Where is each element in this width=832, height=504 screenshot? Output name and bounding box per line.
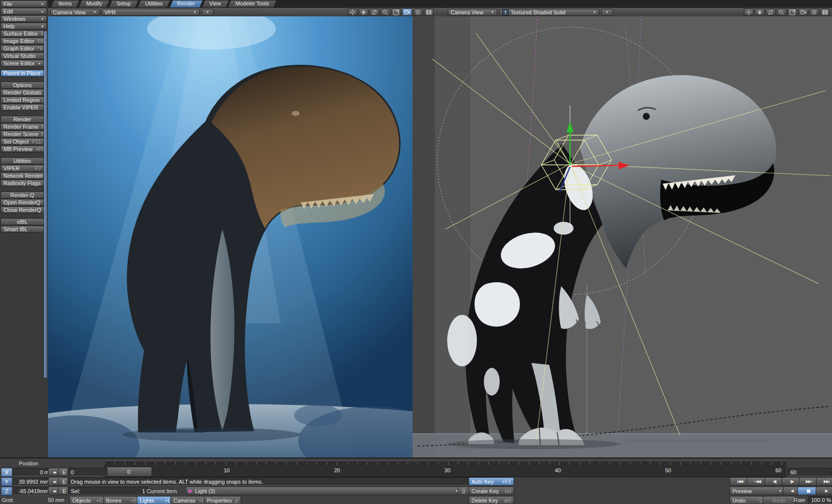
panel-toggle-icon: ▯	[462, 488, 465, 494]
right-viewport-shaded-view[interactable]	[413, 16, 832, 457]
zoom-icon[interactable]	[380, 8, 390, 16]
skip-end-icon: ▶▶|	[824, 479, 829, 484]
cameras-mode-button[interactable]: Cameras+C	[170, 496, 208, 504]
lights-mode-button[interactable]: Lights+L	[137, 496, 174, 504]
right-viewport-options-dropdown[interactable]: ▼	[601, 9, 613, 16]
open-renderq-button[interactable]: Open RenderQ	[0, 199, 44, 206]
radiosity-flags-button[interactable]: Radiosity Flags	[0, 180, 44, 187]
pan-icon[interactable]	[348, 8, 358, 16]
pan-icon[interactable]	[744, 8, 754, 16]
current-item-label: Current Item	[147, 488, 177, 494]
render-globals-button[interactable]: Render Globals	[0, 89, 44, 96]
redo-button[interactable]: Redo	[763, 496, 795, 504]
objects-mode-button[interactable]: Objects+O	[69, 496, 106, 504]
close-renderq-button[interactable]: Close RenderQ	[0, 206, 44, 213]
menu-file[interactable]: File▼	[0, 0, 47, 7]
bones-mode-button[interactable]: Bones+B	[103, 496, 140, 504]
undo-button[interactable]: Undo^Z	[729, 496, 766, 504]
camera-icon[interactable]	[402, 8, 412, 16]
current-frame-field[interactable]: 0	[68, 468, 107, 476]
zoom-icon[interactable]	[777, 8, 786, 16]
list-icon[interactable]	[413, 8, 423, 16]
sidebar-scrollbar[interactable]	[44, 31, 48, 378]
chevron-down-icon: ▼	[193, 10, 197, 14]
bottom-control-panel: Position 0 10 20 30 40 50 60 0 60 X 0 m …	[0, 457, 832, 504]
chevron-down-icon: ▼	[41, 10, 44, 13]
render-scene-button[interactable]: Render SceneF10	[0, 131, 44, 138]
z-position-field[interactable]: -65.0419mm	[13, 487, 52, 495]
smart-ibl-button[interactable]: Smart IBL	[0, 226, 44, 233]
x-position-field[interactable]: 0 m	[13, 468, 52, 476]
menu-windows[interactable]: Windows▼	[0, 15, 47, 22]
z-axis-tag[interactable]: Z	[1, 487, 12, 496]
enable-viper-button[interactable]: Enable VIPER	[0, 104, 44, 111]
right-viewport-header: Camera View▼ TTextured Shaded Solid▼ ▼	[436, 8, 832, 17]
render-frame-button[interactable]: Render FrameF9	[0, 123, 44, 130]
left-viewport-header: Camera View▼ VPR▼ ▼	[48, 8, 436, 17]
timeline-label: 30	[444, 467, 450, 473]
skip-end-button[interactable]: ▶▶|	[816, 477, 832, 486]
create-key-button[interactable]: Create Keyret	[468, 487, 514, 495]
rotate-icon[interactable]	[369, 8, 379, 16]
delete-key-button[interactable]: Delete Keydel	[468, 496, 514, 504]
tab-items[interactable]: Items	[52, 0, 78, 8]
tab-setup[interactable]: Setup	[110, 0, 137, 8]
maximize-icon[interactable]	[787, 8, 797, 16]
rate-label: Rate	[794, 497, 805, 503]
film-icon[interactable]	[424, 8, 434, 16]
image-editor-button[interactable]: Image EditorF6	[0, 38, 44, 45]
tab-render[interactable]: Render	[171, 0, 202, 8]
menu-edit[interactable]: Edit▼	[0, 8, 47, 15]
position-panel-title: Position	[19, 460, 38, 466]
menu-help[interactable]: Help▼	[0, 23, 47, 30]
auto-key-button[interactable]: Auto Key+F1	[468, 477, 514, 486]
surface-editor-button[interactable]: Surface EditorF5	[0, 30, 44, 37]
parent-in-place-button[interactable]: Parent in Place	[0, 70, 44, 77]
rotate-icon[interactable]	[766, 8, 776, 16]
mb-preview-button[interactable]: MB Preview+F9	[0, 146, 44, 152]
list-icon[interactable]	[809, 8, 819, 16]
item-properties-toggle-button[interactable]: ▯	[458, 487, 469, 495]
play-forward-button[interactable]: ▶	[816, 487, 832, 495]
left-viewport-options-dropdown[interactable]: ▼	[202, 9, 213, 16]
scene-editor-button[interactable]: Scene Editor▼	[0, 60, 44, 67]
frame-slider-handle[interactable]: 0	[105, 467, 152, 477]
end-frame-field[interactable]: 60	[787, 468, 832, 476]
virtual-studio-button[interactable]: Virtual Studio	[0, 52, 44, 59]
tab-modify[interactable]: Modify	[80, 0, 108, 8]
sel-object-button[interactable]: Sel ObjectF11	[0, 138, 44, 145]
chevron-down-icon: ▼	[593, 10, 596, 14]
chevron-down-icon: ▼	[779, 489, 782, 493]
left-viewport-vpr-render[interactable]	[48, 16, 413, 457]
tab-utilities[interactable]: Utilities	[139, 0, 169, 8]
maximize-icon[interactable]	[391, 8, 401, 16]
fast-reverse-icon: +◀◀	[754, 479, 761, 484]
section-header-sibl: sIBL	[0, 218, 44, 225]
texture-mode-icon: T	[502, 9, 509, 15]
left-viewport-toolbar	[348, 8, 434, 16]
camera-icon[interactable]	[798, 8, 808, 16]
right-render-mode-dropdown[interactable]: TTextured Shaded Solid▼	[499, 9, 599, 16]
move-icon[interactable]	[359, 8, 368, 16]
properties-button[interactable]: Propertiesp	[204, 496, 241, 504]
timeline-ruler[interactable]: 0 10 20 30 40 50 60 0	[104, 462, 786, 477]
y-position-field[interactable]: 39.9992 mm	[13, 477, 52, 486]
move-icon[interactable]	[755, 8, 765, 16]
lightwave-layout-window: Items Modify Setup Utilities Render View…	[0, 0, 832, 504]
network-render-button[interactable]: Network Render	[0, 172, 44, 179]
left-render-mode-dropdown[interactable]: VPR▼	[102, 9, 200, 16]
left-view-mode-dropdown[interactable]: Camera View▼	[50, 9, 100, 16]
current-item-dropdown[interactable]: Light (3)▼	[186, 487, 462, 495]
y-axis-tag[interactable]: Y	[1, 477, 12, 486]
right-view-mode-dropdown[interactable]: Camera View▼	[448, 9, 497, 16]
preview-dropdown[interactable]: Preview▼	[729, 487, 785, 495]
rate-value-field[interactable]: 100.0 %	[808, 496, 832, 504]
section-header-renderq: Render-Q	[0, 192, 44, 199]
viper-button[interactable]: VIPERF7	[0, 165, 44, 172]
tab-view[interactable]: View	[203, 0, 228, 8]
tab-modeler-tools[interactable]: Modeler Tools	[229, 0, 275, 8]
limited-region-button[interactable]: Limited Regionl	[0, 97, 44, 103]
x-axis-tag[interactable]: X	[1, 468, 12, 477]
film-icon[interactable]	[820, 8, 830, 16]
graph-editor-button[interactable]: Graph Editor^F2	[0, 45, 44, 52]
